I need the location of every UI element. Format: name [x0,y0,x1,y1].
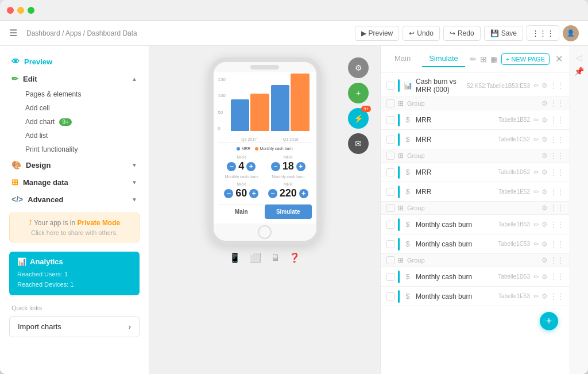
edit-icon[interactable]: ✏ [533,292,539,300]
gear-row-icon[interactable]: ⚙ [541,292,548,300]
sidebar-item-pages-elements[interactable]: Pages & elements [0,87,149,101]
sidebar-section-edit[interactable]: ✏ Edit ▲ [0,70,149,87]
gear-row-icon[interactable]: ⚙ [541,116,548,124]
gear-row-icon[interactable]: ⚙ [541,273,548,281]
stat-minus-1[interactable]: − [227,162,236,171]
gear-row-icon[interactable]: ⚙ [541,136,548,144]
row-checkbox[interactable] [386,168,394,176]
add-fab[interactable]: + [348,83,369,103]
sidebar-item-preview[interactable]: 👁 Preview [0,53,149,70]
private-mode-box[interactable]: ⤴ Your app is in Private Mode Click here… [9,213,140,242]
edit-icon[interactable]: ✏ [533,136,539,144]
gear-group-icon[interactable]: ⚙ [541,256,548,264]
row-checkbox[interactable] [386,292,394,300]
sidebar-section-advanced[interactable]: </> Advanced ▼ [0,191,149,208]
undo-button[interactable]: ↩ Undo [403,26,440,41]
phone-tab-main[interactable]: Main [218,205,265,219]
sidebar-item-add-chart[interactable]: Add chart 9+ [0,115,149,129]
edit-icon[interactable]: ✏ [533,116,539,124]
settings-fab[interactable]: ⚙ [348,57,369,78]
drag-icon[interactable]: ⋮⋮ [550,82,564,90]
minimize-button[interactable] [17,7,24,14]
stat-plus-4[interactable]: + [299,189,308,198]
drag-icon[interactable]: ⋮⋮ [550,240,564,248]
close-button[interactable] [7,7,14,14]
group-checkbox[interactable] [386,256,394,264]
close-icon[interactable]: ✕ [555,53,563,64]
drag-icon[interactable]: ⋮⋮ [550,136,564,144]
row-checkbox[interactable] [386,240,394,248]
gear-row-icon[interactable]: ⚙ [541,82,548,90]
sidebar-section-design[interactable]: 🎨 Design ▼ [0,156,149,173]
phone-tab-simulate[interactable]: Simulate [265,205,312,219]
sidebar-item-print[interactable]: Print functionality [0,142,149,156]
menu-icon[interactable]: ☰ [9,28,17,38]
table-icon[interactable]: ▦ [490,55,498,64]
gear-row-icon[interactable]: ⚙ [541,240,548,248]
stat-minus-2[interactable]: − [271,162,280,171]
stat-minus-3[interactable]: − [224,189,233,198]
grid-icon[interactable]: ⊞ [480,55,487,64]
redo-button[interactable]: ↪ Redo [443,26,481,41]
pin-icon[interactable]: 📌 [574,67,584,76]
stat-plus-1[interactable]: + [246,162,256,171]
pencil-small-icon[interactable]: ✏ [470,55,477,64]
gear-group-icon[interactable]: ⚙ [541,99,548,107]
avatar[interactable]: 👤 [563,25,579,41]
gear-group-icon[interactable]: ⚙ [541,204,548,212]
row-checkbox[interactable] [386,221,394,229]
panel-tab-simulate[interactable]: Simulate [422,51,465,67]
row-checkbox[interactable] [386,116,394,124]
expand-icon[interactable]: ◁ [576,53,582,62]
gear-row-icon[interactable]: ⚙ [541,221,548,229]
gear-row-icon[interactable]: ⚙ [541,188,548,196]
drag-icon[interactable]: ⋮⋮ [550,168,564,176]
drag-icon[interactable]: ⋮⋮ [550,273,564,281]
stat-minus-4[interactable]: − [268,189,277,198]
edit-icon[interactable]: ✏ [533,240,539,248]
sidebar-section-manage-data[interactable]: ⊞ Manage data ▼ [0,173,149,191]
group-checkbox[interactable] [386,99,394,107]
help-icon[interactable]: ❓ [289,252,300,263]
stat-plus-2[interactable]: + [296,162,305,171]
desktop-icon[interactable]: 🖥 [270,253,280,263]
drag-group-icon[interactable]: ⋮⋮ [550,256,564,264]
email-fab[interactable]: ✉ [348,133,369,154]
edit-icon[interactable]: ✏ [533,188,539,196]
stat-plus-3[interactable]: + [249,189,258,198]
row-checkbox[interactable] [386,188,394,196]
edit-icon[interactable]: ✏ [533,82,539,90]
tablet-icon[interactable]: ⬜ [250,252,261,263]
row-checkbox[interactable] [386,136,394,144]
drag-group-icon[interactable]: ⋮⋮ [550,152,564,160]
gear-group-icon[interactable]: ⚙ [541,152,548,160]
drag-group-icon[interactable]: ⋮⋮ [550,99,564,107]
edit-icon[interactable]: ✏ [533,168,539,176]
drag-icon[interactable]: ⋮⋮ [550,116,564,124]
new-page-button[interactable]: + NEW PAGE [501,53,550,65]
maximize-button[interactable] [28,7,34,14]
panel-tab-main[interactable]: Main [388,51,417,67]
group-checkbox[interactable] [386,152,394,160]
drag-group-icon[interactable]: ⋮⋮ [550,204,564,212]
phone-home-button[interactable] [258,225,272,239]
drag-icon[interactable]: ⋮⋮ [550,221,564,229]
phone-notch [250,65,279,70]
sidebar-item-add-list[interactable]: Add list [0,129,149,142]
gear-row-icon[interactable]: ⚙ [541,168,548,176]
bolt-fab[interactable]: ⚡ 9+ [348,108,369,129]
group-checkbox[interactable] [386,204,394,212]
import-charts-button[interactable]: Import charts › [9,316,140,337]
edit-icon[interactable]: ✏ [533,221,539,229]
row-checkbox[interactable] [386,273,394,281]
drag-icon[interactable]: ⋮⋮ [550,188,564,196]
panel-add-button[interactable]: + [540,312,558,330]
mobile-icon[interactable]: 📱 [229,252,241,263]
drag-icon[interactable]: ⋮⋮ [550,292,564,300]
more-options-button[interactable]: ⋮⋮⋮ [527,25,559,41]
save-button[interactable]: 💾 Save [484,26,523,41]
preview-button[interactable]: ▶ Preview [355,26,400,41]
row-checkbox[interactable] [386,82,394,90]
sidebar-item-add-cell[interactable]: Add cell [0,101,149,115]
edit-icon[interactable]: ✏ [533,273,539,281]
